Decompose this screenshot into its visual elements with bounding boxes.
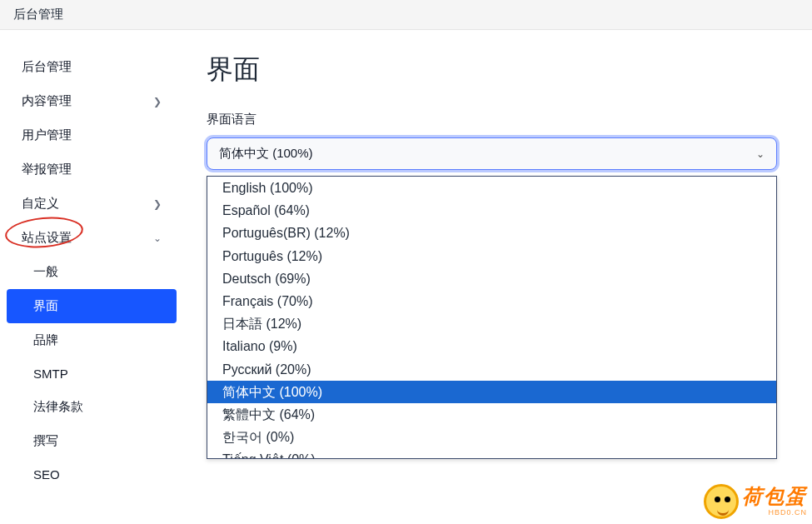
language-dropdown[interactable]: English (100%)Español (64%)Português(BR)…: [207, 176, 777, 459]
watermark-logo: 荷包蛋 HBD0.CN: [704, 484, 807, 519]
language-option[interactable]: Français (70%): [207, 290, 776, 312]
language-option[interactable]: Русский (20%): [207, 358, 776, 381]
language-selected-value: 简体中文 (100%): [219, 146, 313, 162]
language-option[interactable]: 简体中文 (100%): [207, 381, 776, 403]
chevron-right-icon: ❯: [153, 198, 162, 210]
language-option[interactable]: Tiếng Việt (0%): [207, 448, 776, 459]
nav-users[interactable]: 用户管理: [7, 118, 177, 152]
main-content: 界面 界面语言 简体中文 (100%) ⌄ English (100%)Espa…: [183, 30, 812, 524]
nav-admin[interactable]: 后台管理: [7, 50, 177, 84]
language-option[interactable]: 한국어 (0%): [207, 426, 776, 448]
language-option[interactable]: Deutsch (69%): [207, 267, 776, 290]
sub-smtp[interactable]: SMTP: [7, 357, 177, 390]
app-title: 后台管理: [13, 7, 63, 21]
nav-site-settings[interactable]: 站点设置 ⌄: [7, 221, 177, 255]
sub-interface[interactable]: 界面: [7, 289, 177, 323]
sub-brand[interactable]: 品牌: [7, 323, 177, 357]
sub-compose[interactable]: 撰写: [7, 424, 177, 458]
language-option[interactable]: Italiano (9%): [207, 335, 776, 357]
sidebar: 后台管理 内容管理 ❯ 用户管理 举报管理 自定义 ❯ 站点设置 ⌄ 一般 界面…: [0, 30, 183, 524]
language-option[interactable]: 日本語 (12%): [207, 312, 776, 335]
language-option[interactable]: English (100%): [207, 177, 776, 199]
sub-legal[interactable]: 法律条款: [7, 390, 177, 424]
topbar: 后台管理: [0, 0, 812, 30]
language-select[interactable]: 简体中文 (100%) ⌄: [207, 137, 777, 170]
language-label: 界面语言: [207, 112, 789, 127]
language-option[interactable]: Português (12%): [207, 245, 776, 267]
chevron-down-icon: ⌄: [756, 148, 765, 160]
sub-general[interactable]: 一般: [7, 255, 177, 289]
chevron-right-icon: ❯: [153, 96, 162, 107]
layout: 后台管理 内容管理 ❯ 用户管理 举报管理 自定义 ❯ 站点设置 ⌄ 一般 界面…: [0, 30, 812, 524]
nav-reports[interactable]: 举报管理: [7, 152, 177, 187]
language-option[interactable]: 繁體中文 (64%): [207, 403, 776, 426]
chevron-down-icon: ⌄: [153, 232, 162, 244]
watermark-sub: HBD0.CN: [742, 508, 807, 517]
site-settings-submenu: 一般 界面 品牌 SMTP 法律条款 撰写 SEO: [7, 255, 177, 491]
nav-content[interactable]: 内容管理 ❯: [7, 84, 177, 118]
language-option[interactable]: Português(BR) (12%): [207, 222, 776, 244]
bee-icon: [704, 484, 739, 519]
nav-custom[interactable]: 自定义 ❯: [7, 187, 177, 221]
sub-seo[interactable]: SEO: [7, 458, 177, 491]
watermark-text: 荷包蛋: [742, 487, 807, 507]
language-select-wrap: 简体中文 (100%) ⌄ English (100%)Español (64%…: [207, 137, 777, 170]
language-option[interactable]: Español (64%): [207, 199, 776, 222]
page-title: 界面: [207, 52, 789, 88]
